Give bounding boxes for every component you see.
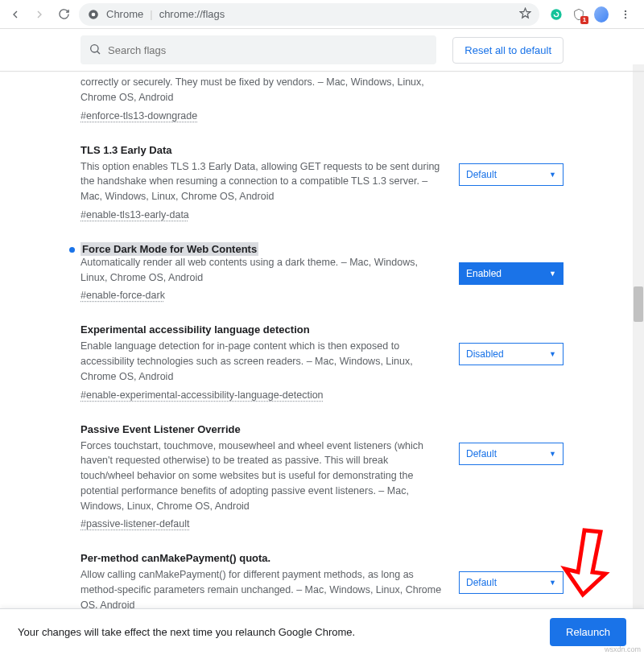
flag-row: Experimental accessibility language dete… [80,301,564,400]
flag-row: Passive Event Listener OverrideForces to… [80,401,564,530]
back-button[interactable] [6,6,24,23]
flag-description: Allow calling canMakePayment() for diffe… [80,567,443,612]
flag-description: Automatically render all web contents us… [80,255,443,286]
modified-dot-icon [69,247,75,253]
chevron-down-icon: ▼ [549,450,556,458]
flag-textblock: Passive Event Listener OverrideForces to… [80,423,443,530]
select-value: Disabled [466,348,504,360]
select-value: Enabled [466,268,502,279]
flag-description: Enable language detection for in-page co… [80,339,443,384]
watermark-text: wsxdn.com [605,645,641,653]
flag-state-select[interactable]: Enabled▼ [459,262,564,285]
extension-grammarly-icon[interactable] [549,7,564,22]
site-info-icon[interactable] [87,8,100,21]
select-value: Default [466,169,497,180]
page-content: Reset all to default correctly or secure… [0,29,644,655]
flag-control: Default▼ [459,423,564,465]
flag-textblock: correctly or securely. They must be fixe… [80,75,443,122]
browser-toolbar: Chrome | chrome://flags 1 [0,0,644,29]
svg-point-2 [551,9,561,19]
search-input[interactable] [108,44,428,56]
flag-anchor-link[interactable]: #enable-force-dark [80,290,443,301]
flags-header: Reset all to default [0,29,644,64]
forward-button[interactable] [31,6,48,23]
chevron-down-icon: ▼ [549,579,556,587]
flag-row: correctly or securely. They must be fixe… [80,72,564,122]
chevron-down-icon: ▼ [549,350,556,358]
flag-anchor-link[interactable]: #enable-experimental-accessibility-langu… [80,389,443,401]
flag-anchor-link[interactable]: #passive-listener-default [80,518,443,529]
flag-title: Passive Event Listener Override [80,423,443,435]
flag-anchor-link[interactable]: #enforce-tls13-downgrade [80,110,443,122]
flag-state-select[interactable]: Default▼ [459,571,564,594]
extensions-area: 1 [546,6,638,23]
flag-title: Experimental accessibility language dete… [80,323,443,336]
chevron-down-icon: ▼ [549,270,556,278]
relaunch-button[interactable]: Relaunch [550,618,626,646]
flag-textblock: Force Dark Mode for Web ContentsAutomati… [80,243,443,302]
flag-state-select[interactable]: Default▼ [459,163,564,186]
flag-textblock: Experimental accessibility language dete… [80,323,443,400]
search-icon [89,43,101,58]
flag-state-select[interactable]: Default▼ [459,443,564,465]
relaunch-message: Your changes will take effect the next t… [18,626,355,638]
flag-textblock: TLS 1.3 Early DataThis option enables TL… [80,144,443,220]
svg-point-4 [625,13,626,14]
svg-point-5 [625,16,626,18]
search-flags-field[interactable] [80,35,436,64]
svg-point-3 [625,10,626,11]
flag-control: Default▼ [459,552,564,594]
flag-description: correctly or securely. They must be fixe… [80,75,443,105]
extension-badge: 1 [580,16,588,24]
reset-all-button[interactable]: Reset all to default [452,37,564,64]
address-bar[interactable]: Chrome | chrome://flags [79,3,539,26]
flag-row: Force Dark Mode for Web ContentsAutomati… [80,220,564,302]
flags-list: correctly or securely. They must be fixe… [0,72,644,655]
flag-control: Enabled▼ [459,243,564,285]
omnibox-label: Chrome [106,8,143,20]
select-value: Default [466,448,497,459]
bookmark-star-icon[interactable] [519,7,531,22]
flag-anchor-link[interactable]: #enable-tls13-early-data [80,209,443,220]
flag-description: Forces touchstart, touchmove, mousewheel… [80,439,443,514]
flag-control: Disabled▼ [459,323,564,365]
flag-title: Per-method canMakePayment() quota. [80,552,443,564]
flag-description: This option enables TLS 1.3 Early Data, … [80,159,443,204]
flag-row: TLS 1.3 Early DataThis option enables TL… [80,122,564,220]
flag-state-select[interactable]: Disabled▼ [459,343,564,365]
relaunch-bar: Your changes will take effect the next t… [0,608,644,655]
flag-control: Default▼ [459,144,564,186]
reload-button[interactable] [55,6,72,23]
extension-adblock-icon[interactable]: 1 [572,7,586,22]
profile-avatar[interactable] [594,7,609,22]
browser-menu-icon[interactable] [617,6,634,23]
svg-point-1 [92,12,96,16]
omnibox-url: chrome://flags [159,8,225,20]
omnibox-separator: | [150,8,152,20]
flag-title: TLS 1.3 Early Data [80,144,443,156]
select-value: Default [466,577,497,588]
chevron-down-icon: ▼ [549,171,556,179]
svg-point-6 [91,44,98,51]
flag-title: Force Dark Mode for Web Contents [80,243,443,255]
